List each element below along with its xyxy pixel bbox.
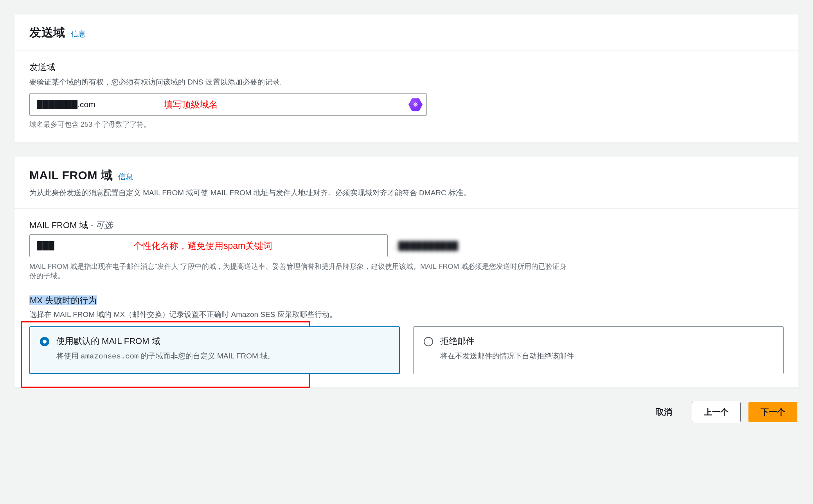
panel-header: 发送域 信息 — [14, 14, 799, 50]
panel-title: 发送域 — [29, 25, 65, 41]
mx-failure-hint: 选择在 MAIL FROM 域的 MX（邮件交换）记录设置不正确时 Amazon… — [29, 309, 784, 320]
info-link[interactable]: 信息 — [118, 172, 133, 182]
radio-desc-b: amazonses.com — [81, 352, 138, 361]
panel-title: MAIL FROM 域 — [29, 167, 113, 184]
field-label-domain: 发送域 — [29, 61, 784, 73]
panel-header: MAIL FROM 域 信息 为从此身份发送的消息配置自定义 MAIL FROM… — [14, 157, 799, 209]
mailfrom-domain-suffix: . ██████████ — [393, 241, 458, 250]
radio-desc: 将在不发送邮件的情况下自动拒绝该邮件。 — [440, 350, 581, 362]
radio-desc-c: 的子域而非您的自定义 MAIL FROM 域。 — [139, 352, 275, 360]
mx-failure-label: MX 失败时的行为 — [29, 295, 784, 306]
radio-desc-a: 将使用 — [56, 352, 81, 360]
info-link[interactable]: 信息 — [71, 29, 86, 39]
sending-domain-panel: 发送域 信息 发送域 要验证某个域的所有权，您必须有权访问该域的 DNS 设置以… — [14, 14, 799, 143]
field-helper-mailfrom: MAIL FROM 域是指出现在电子邮件消息"发件人"字段中的域，为提高送达率、… — [29, 262, 569, 281]
mailfrom-label-main: MAIL FROM 域 — [29, 220, 88, 230]
panel-subtext: 为从此身份发送的消息配置自定义 MAIL FROM 域可使 MAIL FROM … — [29, 187, 784, 199]
field-label-mailfrom: MAIL FROM 域 - 可选 — [29, 220, 784, 231]
radio-icon — [40, 337, 49, 346]
mailfrom-label-optional: - 可选 — [88, 220, 113, 230]
radio-title: 使用默认的 MAIL FROM 域 — [56, 335, 275, 347]
radio-desc: 将使用 amazonses.com 的子域而非您的自定义 MAIL FROM 域… — [56, 350, 275, 362]
service-icon: ✳ — [408, 97, 423, 112]
panel-body: 发送域 要验证某个域的所有权，您必须有权访问该域的 DNS 设置以添加必要的记录… — [14, 50, 799, 142]
mx-failure-radio-group: 使用默认的 MAIL FROM 域 将使用 amazonses.com 的子域而… — [29, 326, 784, 374]
cancel-button[interactable]: 取消 — [644, 402, 684, 422]
domain-input[interactable] — [29, 93, 427, 116]
radio-icon — [424, 337, 433, 346]
mx-failure-label-text: MX 失败时的行为 — [29, 295, 97, 305]
panel-body: MAIL FROM 域 - 可选 个性化名称，避免使用spam关键词 . ███… — [14, 209, 799, 387]
field-helper-domain: 域名最多可包含 253 个字母数字字符。 — [29, 120, 784, 129]
mailfrom-panel: MAIL FROM 域 信息 为从此身份发送的消息配置自定义 MAIL FROM… — [14, 157, 799, 387]
radio-reject-mail[interactable]: 拒绝邮件 将在不发送邮件的情况下自动拒绝该邮件。 — [413, 326, 784, 374]
previous-button[interactable]: 上一个 — [692, 402, 741, 422]
radio-use-default[interactable]: 使用默认的 MAIL FROM 域 将使用 amazonses.com 的子域而… — [29, 326, 400, 374]
field-hint-domain: 要验证某个域的所有权，您必须有权访问该域的 DNS 设置以添加必要的记录。 — [29, 76, 784, 88]
mailfrom-input[interactable] — [29, 234, 388, 257]
next-button[interactable]: 下一个 — [748, 402, 797, 422]
wizard-footer: 取消 上一个 下一个 — [14, 402, 799, 422]
radio-title: 拒绝邮件 — [440, 335, 581, 347]
